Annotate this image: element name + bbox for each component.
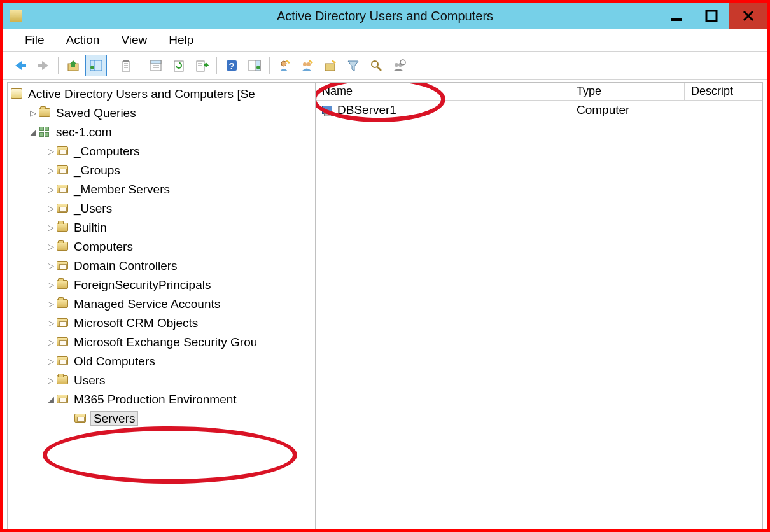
svg-rect-16 [151,60,161,64]
list-pane[interactable]: Name Type Descript DBServer1Computer [316,83,762,531]
folder-icon [56,297,69,310]
folder-icon [38,106,51,119]
expander-icon[interactable]: ▷ [46,300,56,308]
expander-icon[interactable]: ▷ [46,376,56,384]
tree-node[interactable]: ▷Microsoft CRM Objects [8,313,315,332]
menu-action[interactable]: Action [59,31,108,50]
expander-icon[interactable]: ▷ [46,185,56,193]
expander-icon[interactable]: ▷ [46,204,56,213]
tree-node[interactable]: ▷Old Computers [8,351,315,370]
tree-node[interactable]: ▷Domain Controllers [8,256,315,275]
menu-file[interactable]: File [17,31,52,50]
expander-icon[interactable]: ▷ [46,357,56,365]
col-name[interactable]: Name [316,83,570,100]
tree-node-label: Microsoft CRM Objects [73,317,198,329]
up-one-level-button[interactable] [62,55,84,76]
filter-button[interactable] [342,55,364,76]
ou-icon [56,164,69,176]
tree-node[interactable]: ▷Managed Service Accounts [8,294,315,313]
tree-node-label: Old Computers [73,355,155,367]
minimize-button[interactable] [659,3,694,29]
folder-icon [56,374,69,386]
menubar: File Action View Help [3,29,767,52]
ou-icon [74,412,87,424]
nav-back-button[interactable] [10,55,31,76]
export-list-button[interactable] [191,55,213,76]
expander-icon[interactable]: ◢ [46,395,56,403]
expander-icon[interactable]: ▷ [46,319,56,327]
tree-node[interactable]: ▷Builtin [8,218,315,237]
nav-forward-button[interactable] [32,55,54,76]
tree-node-label: _Computers [73,145,140,157]
app-icon [10,10,22,22]
tree-root[interactable]: Active Directory Users and Computers [Se [8,84,315,103]
tree-node-label: _Groups [73,164,120,176]
new-user-button[interactable] [274,55,295,76]
tree-node[interactable]: ▷_Users [8,199,315,218]
tree-node[interactable]: ▷_Member Servers [8,179,315,199]
tree-node-label: Saved Queries [55,107,136,119]
svg-point-28 [281,61,286,66]
tree-node[interactable]: ◢sec-1.com [8,122,315,141]
ou-icon [56,316,69,329]
svg-line-33 [377,67,381,71]
tree-node-label: M365 Production Environment [73,393,237,405]
ou-icon [56,144,69,157]
expander-icon[interactable]: ▷ [46,262,56,270]
expander-icon[interactable]: ▷ [46,147,56,155]
tree-node-label: Domain Controllers [73,260,178,272]
tree-node[interactable]: ▷Computers [8,237,315,256]
menu-help[interactable]: Help [161,31,201,50]
list-header: Name Type Descript [316,83,762,101]
svg-point-27 [256,66,260,69]
ou-icon [56,183,69,195]
ou-icon [56,354,69,367]
tree-node[interactable]: Servers [8,409,315,428]
computer-icon [322,106,333,116]
folder-icon [56,278,69,291]
svg-point-29 [303,62,307,66]
tree-node[interactable]: ▷Saved Queries [8,103,315,122]
svg-point-36 [400,60,405,65]
tree-node[interactable]: ▷_Computers [8,141,315,160]
col-type[interactable]: Type [570,83,685,100]
tree-node[interactable]: ▷Microsoft Exchange Security Grou [8,332,315,351]
expander-icon[interactable]: ▷ [46,242,56,251]
menu-view[interactable]: View [113,31,155,50]
expander-icon[interactable]: ▷ [46,338,56,346]
col-desc[interactable]: Descript [685,83,755,100]
show-hide-tree-button[interactable] [85,55,107,76]
action-pane-button[interactable] [244,55,265,76]
help-button[interactable]: ? [221,55,242,76]
close-button[interactable] [729,3,767,29]
expander-icon[interactable]: ▷ [46,223,56,232]
tree-node[interactable]: ▷ForeignSecurityPrincipals [8,275,315,294]
tree-pane[interactable]: Active Directory Users and Computers [Se… [8,83,316,531]
svg-rect-31 [325,64,335,71]
main-split: Active Directory Users and Computers [Se… [7,82,763,531]
svg-point-34 [395,63,398,67]
ou-icon [56,202,69,214]
expander-icon[interactable]: ▷ [28,109,38,117]
tree-node[interactable]: ▷_Groups [8,160,315,179]
maximize-button[interactable] [694,3,729,29]
titlebar[interactable]: Active Directory Users and Computers [3,3,767,29]
folder-icon [56,221,69,234]
new-ou-button[interactable] [319,55,341,76]
cut-button[interactable] [115,55,137,76]
refresh-button[interactable] [168,55,190,76]
expander-icon[interactable]: ▷ [46,166,56,174]
list-row[interactable]: DBServer1Computer [316,101,762,120]
tree-node-label: ForeignSecurityPrincipals [73,279,211,291]
properties-button[interactable] [145,55,167,76]
expander-icon[interactable]: ◢ [28,128,38,136]
add-to-group-button[interactable] [388,55,410,76]
find-button[interactable] [365,55,387,76]
tree-node[interactable]: ▷Users [8,370,315,389]
list-cell-type: Computer [570,101,685,119]
expander-icon[interactable]: ▷ [46,281,56,289]
tree-node[interactable]: ◢M365 Production Environment [8,389,315,409]
tree-node-label: Builtin [73,221,107,234]
new-group-button[interactable] [297,55,318,76]
list-cell-desc [685,108,755,112]
